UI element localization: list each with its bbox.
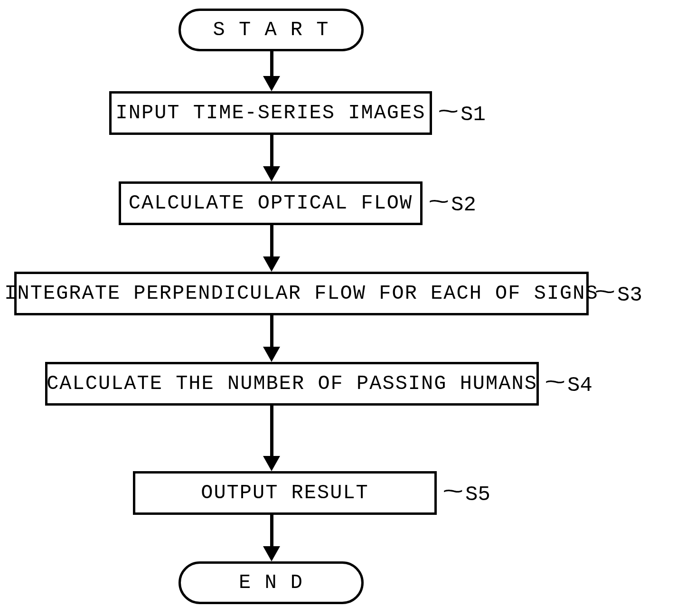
start-text: S T A R T — [213, 19, 329, 41]
step-s2-text: CALCULATE OPTICAL FLOW — [129, 192, 413, 215]
arrow-s4-s5 — [270, 406, 273, 458]
arrow-s1-s2 — [270, 135, 273, 168]
label-s2: S2 — [451, 193, 476, 217]
arrow-s4-s5-head — [263, 456, 280, 471]
step-s5-box: OUTPUT RESULT — [133, 471, 437, 515]
tilde-s3: ~ — [594, 280, 616, 306]
arrow-s1-s2-head — [263, 166, 280, 181]
step-s1-text: INPUT TIME-SERIES IMAGES — [116, 102, 426, 124]
arrow-start-s1 — [270, 51, 273, 77]
label-s1: S1 — [460, 103, 486, 126]
tilde-s5: ~ — [442, 480, 464, 505]
end-text: E N D — [239, 571, 303, 594]
label-s5: S5 — [465, 483, 490, 506]
step-s2-box: CALCULATE OPTICAL FLOW — [119, 181, 423, 225]
step-s5-text: OUTPUT RESULT — [201, 482, 369, 504]
arrow-s3-s4-head — [263, 347, 280, 362]
tilde-s4: ~ — [544, 370, 566, 396]
step-s3-box: INTEGRATE PERPENDICULAR FLOW FOR EACH OF… — [14, 272, 589, 315]
arrow-s5-end-head — [263, 546, 280, 561]
label-s3: S3 — [617, 283, 642, 307]
arrow-s2-s3-head — [263, 256, 280, 272]
start-terminator: S T A R T — [179, 9, 364, 51]
tilde-s1: ~ — [437, 100, 459, 125]
label-s4: S4 — [567, 373, 592, 397]
step-s4-box: CALCULATE THE NUMBER OF PASSING HUMANS — [45, 362, 539, 406]
tilde-s2: ~ — [428, 190, 450, 216]
arrow-start-s1-head — [263, 76, 280, 91]
arrow-s5-end — [270, 515, 273, 548]
step-s1-box: INPUT TIME-SERIES IMAGES — [109, 91, 432, 135]
step-s4-text: CALCULATE THE NUMBER OF PASSING HUMANS — [47, 372, 537, 395]
arrow-s3-s4 — [270, 315, 273, 349]
step-s3-text: INTEGRATE PERPENDICULAR FLOW FOR EACH OF… — [4, 282, 598, 305]
end-terminator: E N D — [179, 561, 364, 604]
arrow-s2-s3 — [270, 225, 273, 258]
